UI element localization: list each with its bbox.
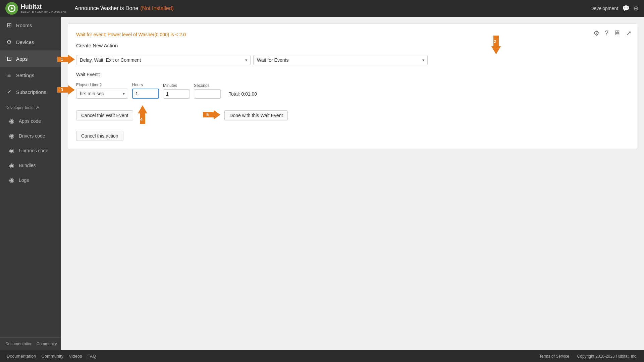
svg-marker-8 [203, 110, 220, 119]
cancel-wait-event-button[interactable]: Cancel this Wait Event [76, 110, 133, 120]
hours-input[interactable] [132, 89, 159, 99]
hours-field: Hours [132, 83, 159, 99]
sidebar-item-rooms[interactable]: ⊞ Rooms [0, 17, 61, 34]
cancel-action-row: Cancel this action [76, 131, 629, 141]
help-icon[interactable]: ? [605, 29, 608, 37]
content-panel: ⚙ ? 🖥 ⤢ Wait for event: Power level of W… [68, 23, 637, 149]
monitor-icon[interactable]: 🖥 [614, 29, 621, 37]
developer-tools-header: Developer tools ↗ [0, 102, 61, 114]
header-right: Development 💬 ⊕ [591, 5, 639, 12]
sidebar-label-logs: Logs [19, 177, 29, 183]
total-display: Total: 0:01:00 [229, 91, 257, 99]
wait-event-info: Wait for event: Power level of Washer(0.… [76, 32, 629, 37]
sidebar-footer: Documentation Community Videos FAQ [0, 337, 61, 350]
svg-text:3: 3 [61, 87, 63, 92]
elapsed-type-select-wrapper[interactable]: hrs:min:sec [76, 89, 128, 99]
page-footer: Documentation Community Videos FAQ Terms… [0, 350, 644, 362]
annotation-arrow-5: 5 [203, 109, 220, 121]
footer-community[interactable]: Community [41, 354, 63, 359]
footer-links: Documentation Community Videos FAQ [7, 354, 96, 359]
expand-icon[interactable]: ⤢ [626, 29, 632, 37]
environment-label: Development [591, 6, 619, 11]
logo-tagline: ELEVATE YOUR ENVIRONMENT [21, 10, 67, 13]
sidebar-label-drivers-code: Drivers code [19, 133, 45, 139]
page-title: Announce Washer is Done [75, 5, 139, 11]
bundles-icon: ◉ [8, 162, 15, 169]
annotation-arrow-4: 4 [137, 105, 148, 125]
minutes-field: Minutes [163, 83, 190, 99]
app-header: Hubitat ELEVATE YOUR ENVIRONMENT Announc… [0, 0, 644, 17]
sidebar-label-subscriptions: Subscriptions [16, 89, 46, 95]
elapsed-type-wrapper[interactable]: Elapsed time? hrs:min:sec [76, 83, 128, 99]
seconds-field: Seconds [194, 83, 221, 99]
sidebar-label-devices: Devices [16, 39, 34, 45]
help-circle-icon[interactable]: ⊕ [634, 5, 639, 12]
sidebar-item-bundles[interactable]: ◉ Bundles [0, 158, 61, 173]
sidebar-label-apps: Apps [16, 56, 28, 62]
main-content: ⚙ ? 🖥 ⤢ Wait for event: Power level of W… [61, 17, 644, 350]
sidebar-label-rooms: Rooms [16, 22, 32, 28]
install-status: (Not Installed) [140, 5, 174, 11]
logo-brand: Hubitat [21, 4, 67, 10]
developer-tools-label: Developer tools [5, 105, 33, 110]
minutes-label: Minutes [163, 83, 190, 88]
sidebar-footer-community[interactable]: Community [37, 342, 57, 346]
logo-text-block: Hubitat ELEVATE YOUR ENVIRONMENT [21, 4, 67, 13]
sidebar-label-settings: Settings [16, 72, 34, 78]
footer-videos[interactable]: Videos [69, 354, 82, 359]
logo: Hubitat ELEVATE YOUR ENVIRONMENT [5, 2, 67, 15]
logo-circle [5, 2, 18, 15]
collapse-icon[interactable]: ↗ [35, 105, 39, 110]
sidebar-footer-docs[interactable]: Documentation [5, 342, 33, 346]
libraries-code-icon: ◉ [8, 147, 15, 154]
seconds-input[interactable] [194, 89, 221, 99]
sidebar-item-settings[interactable]: ≡ Settings [0, 67, 61, 84]
notification-icon[interactable]: 💬 [622, 5, 630, 12]
wait-type-wrapper[interactable]: Wait for Events [253, 55, 428, 65]
terms-of-service[interactable]: Terms of Service [539, 354, 569, 359]
sidebar-label-apps-code: Apps code [19, 118, 41, 124]
svg-text:4: 4 [140, 117, 143, 122]
elapsed-time-label: Elapsed time? [76, 83, 128, 87]
sidebar: ⊞ Rooms ⚙ Devices ⊡ Apps ≡ Settings ✓ Su… [0, 17, 61, 350]
copyright: Copyright 2018-2023 Hubitat, Inc. [577, 354, 637, 359]
sidebar-item-apps-code[interactable]: ◉ Apps code [0, 114, 61, 128]
settings-icon: ≡ [5, 72, 13, 79]
apps-icon: ⊡ [5, 55, 13, 62]
drivers-code-icon: ◉ [8, 132, 15, 140]
svg-text:5: 5 [206, 112, 209, 117]
main-layout: ⊞ Rooms ⚙ Devices ⊡ Apps ≡ Settings ✓ Su… [0, 17, 644, 350]
apps-code-icon: ◉ [8, 117, 15, 125]
cancel-action-button[interactable]: Cancel this action [76, 131, 123, 141]
minutes-input[interactable] [163, 89, 190, 99]
panel-toolbar: ⚙ ? 🖥 ⤢ [593, 29, 632, 37]
wait-event-label: Wait Event: [76, 72, 629, 77]
sidebar-label-bundles: Bundles [19, 163, 36, 168]
action-type-select[interactable]: Delay, Wait, Exit or Comment [76, 55, 251, 65]
sidebar-item-devices[interactable]: ⚙ Devices [0, 34, 61, 50]
logo-inner [8, 5, 15, 12]
sidebar-item-drivers-code[interactable]: ◉ Drivers code [0, 128, 61, 143]
create-action-title: Create New Action [76, 43, 629, 48]
sidebar-item-logs[interactable]: ◉ Logs [0, 173, 61, 188]
sidebar-item-apps[interactable]: ⊡ Apps [0, 50, 61, 67]
hours-label: Hours [132, 83, 159, 87]
footer-right: Terms of Service Copyright 2018-2023 Hub… [539, 354, 637, 359]
devices-icon: ⚙ [5, 38, 13, 46]
sidebar-item-subscriptions[interactable]: ✓ Subscriptions [0, 84, 61, 100]
gear-icon[interactable]: ⚙ [593, 29, 599, 37]
footer-documentation[interactable]: Documentation [7, 354, 36, 359]
logs-icon: ◉ [8, 176, 15, 184]
svg-text:1: 1 [61, 57, 63, 62]
sidebar-item-libraries-code[interactable]: ◉ Libraries code [0, 143, 61, 158]
done-wait-event-button[interactable]: Done with this Wait Event [224, 110, 288, 120]
logo-dot [11, 7, 13, 9]
elapsed-type-select[interactable]: hrs:min:sec [76, 89, 128, 99]
sidebar-label-libraries-code: Libraries code [19, 148, 48, 153]
subscriptions-icon: ✓ [5, 88, 13, 96]
action-type-wrapper[interactable]: Delay, Wait, Exit or Comment [76, 55, 251, 65]
svg-marker-6 [138, 105, 147, 124]
seconds-label: Seconds [194, 83, 221, 88]
wait-type-select[interactable]: Wait for Events [253, 55, 428, 65]
footer-faq[interactable]: FAQ [88, 354, 96, 359]
